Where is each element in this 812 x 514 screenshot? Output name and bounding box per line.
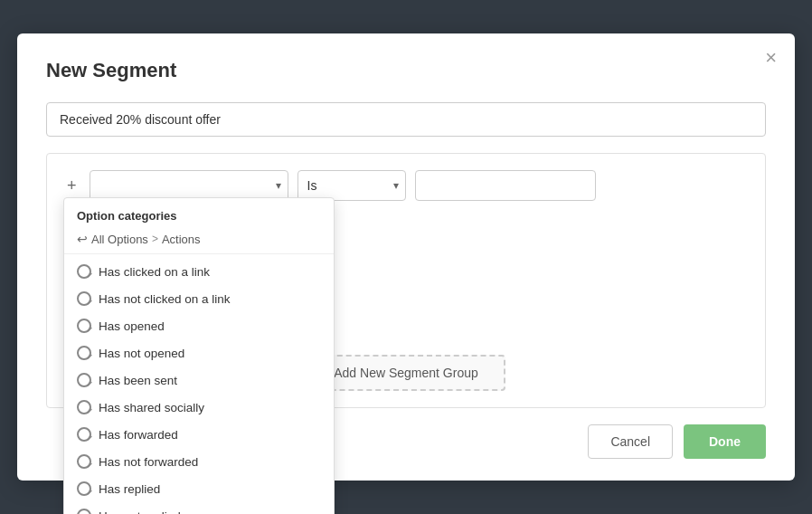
is-select[interactable]: Is [297, 170, 406, 201]
action-icon [77, 400, 91, 414]
item-label: Has not forwarded [99, 455, 198, 469]
list-item[interactable]: Has been sent [64, 366, 334, 394]
modal-overlay: × New Segment + Is [0, 0, 812, 514]
item-label: Has clicked on a link [99, 265, 210, 279]
done-button[interactable]: Done [684, 424, 766, 459]
back-arrow-icon: ↩ [77, 232, 88, 246]
item-label: Has shared socially [99, 401, 204, 414]
list-item[interactable]: Has shared socially [64, 394, 334, 421]
modal-dialog: × New Segment + Is [17, 33, 795, 481]
dropdown-menu: Option categories ↩ All Options > Action… [63, 197, 335, 514]
conditions-box: + Is Option categories ↩ Al [46, 153, 766, 408]
breadcrumb-current: Actions [162, 233, 201, 246]
add-condition-button[interactable]: + [63, 176, 80, 195]
action-icon [77, 319, 91, 333]
list-item[interactable]: Has not clicked on a link [64, 285, 334, 312]
modal-title: New Segment [46, 59, 766, 82]
breadcrumb-separator: > [152, 233, 158, 245]
item-label: Has not replied [99, 509, 181, 515]
list-item[interactable]: Has not opened [64, 339, 334, 366]
condition-value-input[interactable] [415, 170, 596, 201]
list-item[interactable]: Has not forwarded [64, 448, 334, 475]
close-button[interactable]: × [765, 48, 777, 68]
item-label: Has replied [99, 482, 160, 496]
list-item[interactable]: Has clicked on a link [64, 258, 334, 285]
action-icon [77, 481, 91, 496]
is-select-wrapper: Is [297, 170, 406, 201]
item-label: Has opened [99, 319, 165, 333]
main-select-wrapper [90, 170, 288, 201]
action-icon [77, 454, 91, 469]
action-icon [77, 509, 91, 514]
action-icon [77, 427, 91, 442]
dropdown-header: Option categories [64, 198, 334, 228]
action-icon [77, 264, 91, 279]
list-item[interactable]: Has not replied [64, 502, 334, 514]
cancel-button[interactable]: Cancel [588, 424, 673, 459]
list-item[interactable]: Has forwarded [64, 421, 334, 448]
item-label: Has not clicked on a link [99, 292, 231, 306]
action-icon [77, 373, 91, 387]
dropdown-breadcrumb[interactable]: ↩ All Options > Actions [64, 228, 334, 254]
segment-name-input[interactable] [46, 102, 766, 137]
list-item[interactable]: Has replied [64, 475, 334, 502]
item-label: Has not opened [99, 347, 184, 360]
main-condition-select[interactable] [90, 170, 288, 201]
condition-row: + Is [63, 170, 749, 201]
list-item[interactable]: Has opened [64, 312, 334, 339]
dropdown-items-list: Has clicked on a link Has not clicked on… [64, 258, 334, 514]
item-label: Has forwarded [99, 428, 178, 442]
breadcrumb-back[interactable]: All Options [91, 233, 148, 246]
action-icon [77, 346, 91, 360]
item-label: Has been sent [99, 374, 177, 387]
add-segment-group-button[interactable]: Add New Segment Group [307, 355, 505, 391]
action-icon [77, 291, 91, 306]
